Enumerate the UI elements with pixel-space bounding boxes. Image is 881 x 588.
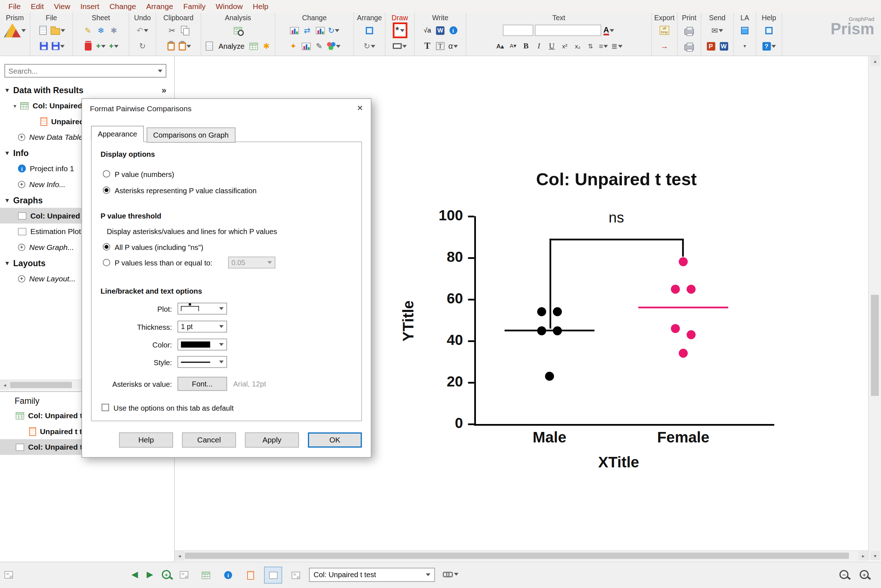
info-bubble-icon[interactable] <box>447 24 459 36</box>
data-point-male-0[interactable] <box>537 308 546 316</box>
data-point-male-1[interactable] <box>553 308 562 316</box>
change-data-icon[interactable] <box>314 24 326 36</box>
scroll-left-icon[interactable]: ◂ <box>0 380 9 390</box>
baseline-offset-icon[interactable]: ⇅ <box>585 40 596 52</box>
info-view-button[interactable] <box>219 567 237 584</box>
help-button[interactable]: Help <box>119 432 173 447</box>
analyze-button[interactable]: Analyze <box>217 40 246 52</box>
menu-edit[interactable]: Edit <box>26 2 49 10</box>
prev-sheet-button[interactable]: ◀ <box>132 570 138 580</box>
status-corner-icon[interactable] <box>5 571 13 578</box>
redo-icon[interactable]: ↻ <box>137 40 148 52</box>
comparison-bracket-left[interactable] <box>550 239 551 328</box>
section-chevron-icon[interactable]: ▾ <box>6 196 9 203</box>
draw-shape-icon[interactable] <box>392 40 407 52</box>
format-graph-icon[interactable] <box>301 40 312 52</box>
data-point-male-4[interactable] <box>545 372 554 381</box>
thickness-select[interactable]: 1 pt <box>177 321 227 333</box>
plot-select[interactable] <box>177 303 227 315</box>
draw-asterisk-icon[interactable]: * <box>394 24 406 36</box>
font-color-icon[interactable]: A <box>603 24 615 36</box>
zoom-in-button[interactable]: + <box>860 570 869 579</box>
radio-asterisks[interactable] <box>103 186 110 194</box>
increase-font-icon[interactable]: A▴ <box>494 40 505 52</box>
x-category-label[interactable]: Male <box>493 429 606 446</box>
graph-title[interactable]: Col: Unpaired t test <box>536 170 697 190</box>
italic-icon[interactable]: I <box>534 40 544 52</box>
mean-line-male[interactable] <box>504 330 594 332</box>
print-icon[interactable] <box>684 24 695 36</box>
undo-icon[interactable]: ↶ <box>136 24 149 36</box>
text-tool-icon[interactable]: T <box>422 40 433 52</box>
layouts-view-button[interactable] <box>287 567 305 584</box>
help-guides-icon[interactable] <box>763 24 774 36</box>
menu-file[interactable]: File <box>3 2 26 10</box>
subscript-icon[interactable]: x₂ <box>572 40 583 52</box>
search-input[interactable] <box>5 66 158 75</box>
section-chevron-icon[interactable]: ▾ <box>6 86 9 93</box>
section-data-with-results[interactable]: ▾Data with Results» <box>0 82 174 98</box>
menu-help[interactable]: Help <box>248 2 274 10</box>
change-graph-type-icon[interactable] <box>289 24 300 36</box>
align-text-icon[interactable]: ≡ <box>598 40 609 52</box>
word-icon[interactable]: W <box>718 40 729 52</box>
menu-insert[interactable]: Insert <box>75 2 104 10</box>
apply-analysis-icon[interactable]: ✱ <box>261 40 272 52</box>
menu-window[interactable]: Window <box>210 2 248 10</box>
radio-p-values-lte[interactable] <box>103 259 110 266</box>
save-as-icon[interactable] <box>51 40 65 52</box>
prism-menu-button[interactable] <box>3 24 26 36</box>
analyze-page-icon[interactable] <box>204 40 215 52</box>
bold-icon[interactable]: B <box>520 40 532 52</box>
line-spacing-icon[interactable]: ≣ <box>611 40 623 52</box>
main-horizontal-scrollbar[interactable]: ◂ ▸ <box>175 550 868 561</box>
apply-button[interactable]: Apply <box>245 432 299 447</box>
data-point-female-3[interactable] <box>671 324 680 333</box>
scroll-up-icon[interactable]: ▴ <box>870 56 880 65</box>
link-button[interactable] <box>443 571 459 577</box>
help-question-icon[interactable]: ? <box>762 40 776 52</box>
print-setup-icon[interactable] <box>684 40 695 52</box>
data-point-female-5[interactable] <box>679 349 688 358</box>
data-point-female-1[interactable] <box>671 285 680 294</box>
zoom-out-button[interactable]: − <box>839 570 848 579</box>
overflow-icon[interactable]: » <box>161 85 166 94</box>
font-button[interactable]: Font... <box>177 377 227 391</box>
scroll-down-icon[interactable]: ▾ <box>870 551 880 560</box>
swap-axes-icon[interactable]: ⇄ <box>301 24 313 36</box>
export-file-icon[interactable]: → <box>659 40 670 52</box>
color-select[interactable] <box>177 339 227 351</box>
sheet-gallery-zoom-icon[interactable]: + <box>162 570 171 579</box>
highlight-sheet-icon[interactable]: ✎ <box>83 24 93 36</box>
scrollbar-thumb[interactable] <box>10 382 72 388</box>
rotate-object-icon[interactable]: ↻ <box>363 40 376 52</box>
sheet-selector[interactable]: Col: Unpaired t test <box>309 568 435 582</box>
decrease-font-icon[interactable]: A▾ <box>507 40 519 52</box>
menu-change[interactable]: Change <box>104 2 141 10</box>
data-point-male-2[interactable] <box>537 326 546 335</box>
data-point-male-3[interactable] <box>553 326 562 335</box>
align-objects-icon[interactable] <box>364 24 375 36</box>
dialog-titlebar[interactable]: Format Pairwise Comparisons × <box>82 99 371 118</box>
cancel-button[interactable]: Cancel <box>182 432 236 447</box>
exclude-values-icon[interactable]: ✱ <box>108 24 119 36</box>
edit-axes-icon[interactable]: ✎ <box>314 40 325 52</box>
expand-chevron-icon[interactable]: ▾ <box>14 103 16 109</box>
style-select[interactable] <box>177 356 227 368</box>
close-icon[interactable]: × <box>357 102 363 114</box>
results-view-button[interactable] <box>242 567 260 584</box>
font-family-combo[interactable] <box>535 24 601 36</box>
radio-p-value-numbers[interactable] <box>103 170 110 177</box>
section-chevron-icon[interactable]: ▾ <box>6 260 9 267</box>
paste-special-icon[interactable] <box>178 40 191 52</box>
equation-icon[interactable]: √a <box>422 24 433 36</box>
word-notes-icon[interactable]: W <box>435 24 446 36</box>
freeze-sheet-icon[interactable]: ❄ <box>95 24 107 36</box>
open-file-icon[interactable] <box>50 24 66 36</box>
tab-appearance[interactable]: Appearance <box>91 126 144 142</box>
email-icon[interactable]: ✉ <box>711 24 723 36</box>
gallery-view-icon[interactable] <box>180 571 188 578</box>
greek-letters-icon[interactable]: α <box>447 40 459 52</box>
tab-comparisons-on-graph[interactable]: Comparisons on Graph <box>146 128 235 142</box>
la-options-icon[interactable]: ▾ <box>739 40 750 52</box>
